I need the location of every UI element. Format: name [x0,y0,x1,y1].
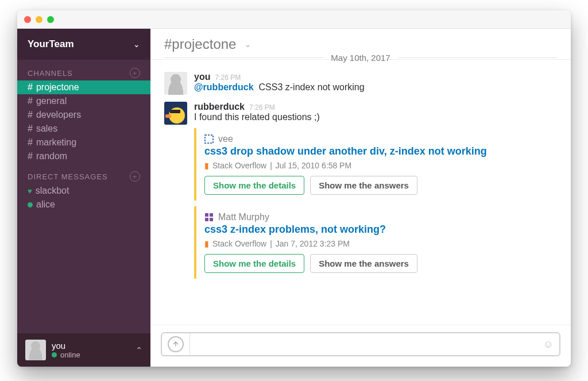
heart-icon: ♥ [28,187,32,195]
stackoverflow-icon: ▮ [204,239,209,248]
sidebar-channel-random[interactable]: # random [17,149,150,163]
date-divider: May 10th, 2017 [150,53,571,63]
attachment-source: Stack Overflow [212,161,266,170]
attachment-author: vee [218,134,233,144]
svg-rect-3 [205,218,208,221]
minimize-icon[interactable] [36,16,42,23]
attachment-meta: Jan 7, 2012 3:23 PM [276,239,350,248]
composer-box[interactable]: ☺ [161,332,560,356]
composer: ☺ [150,325,571,367]
main-pane: #projectone ⌄ May 10th, 2017 you 7:26 PM [150,29,571,367]
sidebar-dm-slackbot[interactable]: ♥slackbot [17,184,150,198]
message-text: @rubberduck CSS3 z-index not working [194,82,557,93]
show-details-button[interactable]: Show me the details [204,176,304,195]
avatar[interactable] [164,72,187,95]
svg-rect-4 [210,218,213,221]
svg-rect-0 [205,135,213,143]
dms-label: DIRECT MESSAGES [28,172,108,181]
add-channel-icon[interactable]: + [130,68,140,78]
sidebar-dm-alice[interactable]: alice [17,198,150,211]
current-user-status: online [52,351,80,359]
chevron-down-icon: ⌄ [133,40,140,49]
team-switcher[interactable]: YourTeam ⌄ [17,29,150,60]
attachment-meta: Jul 15, 2010 6:58 PM [276,161,351,170]
message-author[interactable]: rubberduck [194,102,245,112]
sidebar-channel-general[interactable]: # general [17,94,150,108]
svg-rect-1 [205,213,208,217]
divider-date: May 10th, 2017 [323,53,398,63]
channels-header: CHANNELS + [17,60,150,80]
message-time: 7:26 PM [249,103,275,111]
show-answers-button[interactable]: Show me the answers [310,254,417,273]
attachment: vee css3 drop shadow under another div, … [194,128,557,201]
chevron-up-icon: ⌄ [136,345,142,355]
attachment-title[interactable]: css3 drop shadow under another div, z-in… [204,145,549,157]
close-icon[interactable] [24,16,31,23]
app-window: YourTeam ⌄ CHANNELS + # projectone # gen… [17,10,571,367]
dms-header: DIRECT MESSAGES + [17,163,150,184]
show-details-button[interactable]: Show me the details [204,254,304,273]
sidebar-footer[interactable]: you online ⌄ [17,333,150,367]
message-time: 7:26 PM [215,74,241,82]
sidebar-channel-projectone[interactable]: # projectone [17,80,150,94]
sidebar-channel-sales[interactable]: # sales [17,122,150,136]
titlebar [17,10,571,29]
sidebar-channel-developers[interactable]: # developers [17,108,150,122]
channels-label: CHANNELS [28,69,73,78]
presence-icon [52,352,57,357]
show-answers-button[interactable]: Show me the answers [310,176,417,195]
attachment: Matt Murphy css3 z-index problems, not w… [194,206,557,279]
attachment-author: Matt Murphy [218,212,269,222]
current-user-name: you [52,341,80,351]
message: rubberduck 7:26 PM I found this related … [157,98,564,282]
channel-title: #projectone [164,36,236,52]
avatar [25,340,46,360]
add-dm-icon[interactable]: + [130,171,140,182]
sidebar-channel-marketing[interactable]: # marketing [17,136,150,149]
message-author[interactable]: you [194,72,210,82]
message-list[interactable]: you 7:26 PM @rubberduck CSS3 z-index not… [150,65,571,325]
stackoverflow-icon: ▮ [204,161,209,170]
author-icon [204,213,214,222]
message-text: I found this related questions ;) [194,112,557,122]
avatar[interactable] [164,102,187,125]
sidebar: YourTeam ⌄ CHANNELS + # projectone # gen… [17,29,150,367]
author-icon [204,134,214,144]
zoom-icon[interactable] [47,16,54,23]
attachment-title[interactable]: css3 z-index problems, not working? [204,224,549,236]
emoji-icon[interactable]: ☺ [543,338,554,351]
attachment-source: Stack Overflow [212,239,266,248]
mention[interactable]: @rubberduck [194,82,254,92]
dm-list: ♥slackbot alice [17,184,150,211]
message-input[interactable] [189,333,537,355]
presence-icon [28,202,33,207]
svg-rect-2 [210,213,213,217]
message: you 7:26 PM @rubberduck CSS3 z-index not… [157,68,564,98]
team-name: YourTeam [28,39,74,50]
chevron-down-icon[interactable]: ⌄ [244,39,252,49]
attach-icon[interactable] [168,336,184,352]
channel-list: # projectone # general # developers # sa… [17,80,150,163]
